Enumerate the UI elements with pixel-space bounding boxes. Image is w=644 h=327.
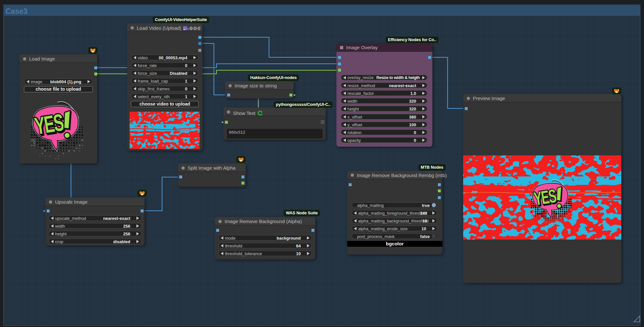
svg-text:S: S bbox=[198, 27, 200, 30]
svg-text:YES: YES bbox=[33, 109, 65, 140]
svg-text:H: H bbox=[194, 27, 196, 30]
svg-text:V: V bbox=[190, 27, 192, 30]
